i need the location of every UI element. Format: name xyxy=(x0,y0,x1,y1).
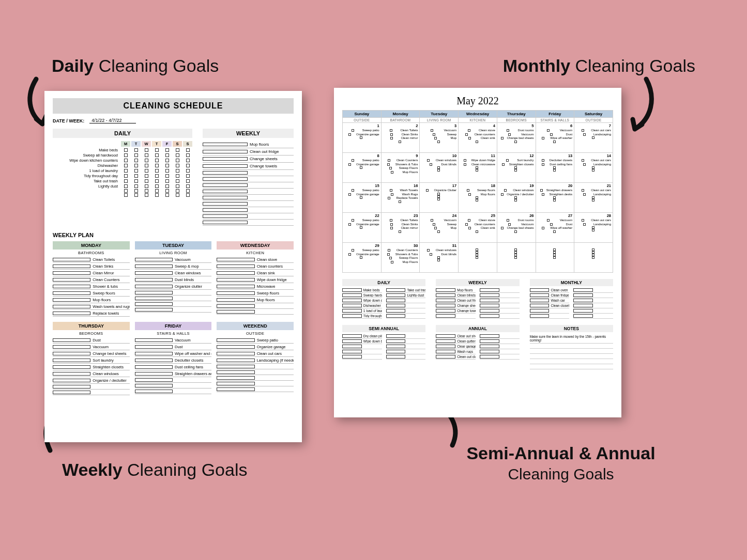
checkbox-icon[interactable] xyxy=(203,143,248,146)
checkbox-icon[interactable] xyxy=(436,350,455,353)
checkbox-icon[interactable] xyxy=(573,309,593,313)
checkbox-icon[interactable] xyxy=(480,314,499,318)
checkbox-icon[interactable] xyxy=(176,148,179,152)
checkbox-icon[interactable] xyxy=(53,312,90,315)
checkbox-icon[interactable] xyxy=(437,230,440,233)
checkbox-icon[interactable] xyxy=(592,169,594,172)
checkbox-icon[interactable] xyxy=(386,309,406,313)
checkbox-icon[interactable] xyxy=(145,184,148,188)
checkbox-icon[interactable] xyxy=(135,265,173,268)
checkbox-icon[interactable] xyxy=(480,288,499,292)
checkbox-icon[interactable] xyxy=(437,141,440,143)
checkbox-icon[interactable] xyxy=(514,141,517,143)
checkbox-icon[interactable] xyxy=(389,257,392,259)
checkbox-icon[interactable] xyxy=(145,153,148,157)
checkbox-icon[interactable] xyxy=(542,159,544,162)
checkbox-icon[interactable] xyxy=(135,359,173,362)
checkbox-icon[interactable] xyxy=(480,299,499,302)
checkbox-icon[interactable] xyxy=(53,285,90,288)
checkbox-icon[interactable] xyxy=(155,174,159,178)
checkbox-icon[interactable] xyxy=(547,219,550,222)
checkbox-icon[interactable] xyxy=(508,223,511,226)
checkbox-icon[interactable] xyxy=(504,189,507,192)
checkbox-icon[interactable] xyxy=(480,293,499,297)
checkbox-icon[interactable] xyxy=(165,164,169,167)
checkbox-icon[interactable] xyxy=(386,288,406,292)
checkbox-icon[interactable] xyxy=(506,159,509,162)
checkbox-icon[interactable] xyxy=(217,376,254,380)
checkbox-icon[interactable] xyxy=(124,159,128,162)
checkbox-icon[interactable] xyxy=(217,271,254,275)
checkbox-icon[interactable] xyxy=(135,352,173,355)
checkbox-icon[interactable] xyxy=(145,159,148,162)
checkbox-icon[interactable] xyxy=(465,223,468,226)
checkbox-icon[interactable] xyxy=(427,159,430,162)
checkbox-icon[interactable] xyxy=(124,164,128,167)
checkbox-icon[interactable] xyxy=(468,193,471,196)
checkbox-icon[interactable] xyxy=(203,183,248,187)
checkbox-icon[interactable] xyxy=(437,198,440,200)
checkbox-icon[interactable] xyxy=(480,339,499,343)
checkbox-icon[interactable] xyxy=(348,193,351,196)
checkbox-icon[interactable] xyxy=(135,291,173,294)
checkbox-icon[interactable] xyxy=(203,221,248,224)
checkbox-icon[interactable] xyxy=(176,189,179,193)
checkbox-icon[interactable] xyxy=(53,338,90,342)
checkbox-icon[interactable] xyxy=(217,310,254,314)
checkbox-icon[interactable] xyxy=(542,227,544,229)
checkbox-icon[interactable] xyxy=(547,129,550,132)
checkbox-icon[interactable] xyxy=(135,365,173,369)
checkbox-icon[interactable] xyxy=(145,189,148,193)
checkbox-icon[interactable] xyxy=(430,163,432,166)
checkbox-icon[interactable] xyxy=(476,256,478,259)
checkbox-icon[interactable] xyxy=(530,293,550,297)
checkbox-icon[interactable] xyxy=(514,256,517,259)
checkbox-icon[interactable] xyxy=(352,159,354,162)
checkbox-icon[interactable] xyxy=(53,278,90,282)
checkbox-icon[interactable] xyxy=(135,345,173,349)
checkbox-icon[interactable] xyxy=(352,249,354,252)
checkbox-icon[interactable] xyxy=(431,129,433,132)
checkbox-icon[interactable] xyxy=(203,202,248,206)
checkbox-icon[interactable] xyxy=(134,148,138,152)
checkbox-icon[interactable] xyxy=(186,169,190,173)
checkbox-icon[interactable] xyxy=(427,249,430,252)
checkbox-icon[interactable] xyxy=(468,129,470,132)
checkbox-icon[interactable] xyxy=(480,350,499,353)
checkbox-icon[interactable] xyxy=(542,163,544,166)
checkbox-icon[interactable] xyxy=(217,370,254,374)
checkbox-icon[interactable] xyxy=(155,179,159,183)
checkbox-icon[interactable] xyxy=(433,133,435,136)
checkbox-icon[interactable] xyxy=(387,253,390,256)
checkbox-icon[interactable] xyxy=(53,352,90,355)
checkbox-icon[interactable] xyxy=(203,164,248,168)
checkbox-icon[interactable] xyxy=(155,169,159,173)
checkbox-icon[interactable] xyxy=(436,304,455,307)
checkbox-icon[interactable] xyxy=(390,227,393,229)
checkbox-icon[interactable] xyxy=(480,304,499,307)
checkbox-icon[interactable] xyxy=(186,184,190,188)
checkbox-icon[interactable] xyxy=(436,334,455,338)
checkbox-icon[interactable] xyxy=(165,179,169,183)
checkbox-icon[interactable] xyxy=(582,159,584,162)
checkbox-icon[interactable] xyxy=(342,345,362,348)
checkbox-icon[interactable] xyxy=(124,179,128,183)
checkbox-icon[interactable] xyxy=(553,141,556,143)
checkbox-icon[interactable] xyxy=(342,293,362,297)
checkbox-icon[interactable] xyxy=(217,338,254,342)
checkbox-icon[interactable] xyxy=(135,308,173,312)
checkbox-icon[interactable] xyxy=(436,345,455,348)
checkbox-icon[interactable] xyxy=(386,314,406,318)
checkbox-icon[interactable] xyxy=(217,365,254,368)
checkbox-icon[interactable] xyxy=(124,153,128,157)
checkbox-icon[interactable] xyxy=(134,193,138,197)
checkbox-icon[interactable] xyxy=(390,219,392,222)
checkbox-icon[interactable] xyxy=(203,171,248,175)
checkbox-icon[interactable] xyxy=(360,256,362,259)
checkbox-icon[interactable] xyxy=(342,350,362,353)
checkbox-icon[interactable] xyxy=(530,288,550,292)
checkbox-icon[interactable] xyxy=(134,153,138,157)
checkbox-icon[interactable] xyxy=(203,157,248,161)
checkbox-icon[interactable] xyxy=(553,169,556,172)
checkbox-icon[interactable] xyxy=(514,199,517,201)
